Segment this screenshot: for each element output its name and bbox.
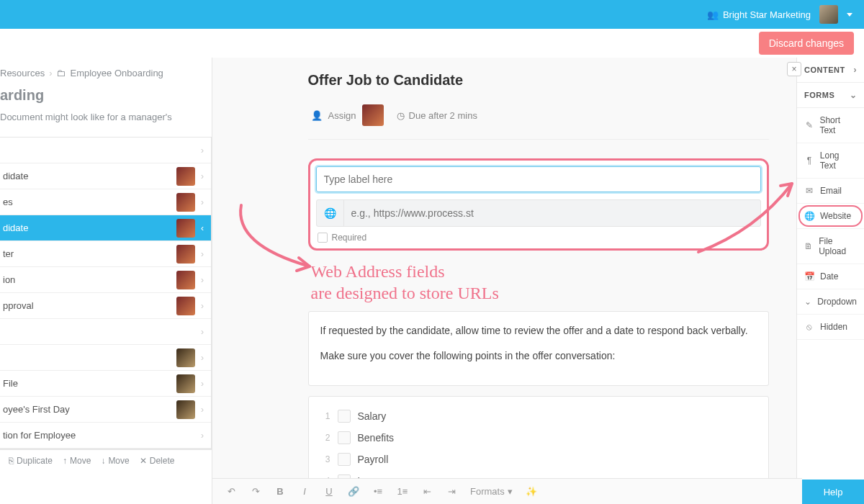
task-row[interactable]: pproval › <box>0 293 211 319</box>
org-name: Bright Star Marketing <box>723 9 811 20</box>
checkbox-icon[interactable] <box>318 233 328 243</box>
help-button[interactable]: Help <box>802 480 864 504</box>
chevron-right-icon: › <box>854 65 858 75</box>
bold-button[interactable]: B <box>274 486 286 497</box>
link-button[interactable]: 🔗 <box>348 486 359 497</box>
required-toggle[interactable]: Required <box>316 233 761 243</box>
org-switcher[interactable]: 👥 Bright Star Marketing <box>707 9 811 20</box>
url-input-wrap: 🌐 <box>316 199 761 227</box>
chevron-right-icon: › <box>201 145 204 156</box>
avatar[interactable] <box>819 5 838 24</box>
move-down-button[interactable]: ↓ Move <box>101 456 129 466</box>
checkbox-icon[interactable] <box>338 410 351 423</box>
subtask-row[interactable]: 1Salary <box>320 405 757 427</box>
chevron-right-icon: › <box>201 275 204 285</box>
task-row[interactable]: es › <box>0 189 211 215</box>
ordered-list-button[interactable]: 1≡ <box>397 486 408 497</box>
chevron-right-icon: › <box>201 405 204 415</box>
assignee-avatar <box>176 348 195 367</box>
duplicate-button[interactable]: ⎘ Duplicate <box>9 456 53 466</box>
chevron-right-icon: › <box>201 379 204 389</box>
form-type-dropdown[interactable]: ⌄Dropdown <box>797 289 864 315</box>
globe-icon: 🌐 <box>317 200 344 226</box>
assignee-avatar <box>176 374 195 393</box>
assignee-avatar <box>176 219 195 238</box>
page-description: Document might look like for a manager's <box>0 111 212 137</box>
form-type-email[interactable]: ✉Email <box>797 179 864 204</box>
breadcrumb-item[interactable]: Employee Onboarding <box>70 68 163 78</box>
bullet-list-button[interactable]: •≡ <box>372 486 384 497</box>
assignee-avatar <box>176 271 195 289</box>
form-type-hidden[interactable]: ⦸Hidden <box>797 315 864 340</box>
task-row[interactable]: oyee's First Day › <box>0 397 211 423</box>
forms-section-header[interactable]: FORMS ⌄ <box>797 83 864 108</box>
task-row[interactable]: ion › <box>0 267 211 293</box>
chevron-right-icon: › <box>201 327 204 337</box>
formats-dropdown[interactable]: Formats ▾ <box>470 486 513 497</box>
dropdown-icon: ⌄ <box>804 297 811 307</box>
close-panel-button[interactable]: × <box>787 62 801 76</box>
magic-wand-button[interactable]: ✨ <box>526 486 537 497</box>
content-section-header[interactable]: CONTENT › <box>797 58 864 83</box>
hidden-icon: ⦸ <box>804 322 814 332</box>
globe-icon: 🌐 <box>804 211 814 221</box>
field-label-input[interactable] <box>316 166 761 192</box>
indent-button[interactable]: ⇥ <box>446 486 457 497</box>
subtask-row[interactable]: 3Payroll <box>320 449 757 470</box>
user-icon: 👤 <box>311 110 323 121</box>
underline-button[interactable]: U <box>323 486 335 497</box>
outdent-button[interactable]: ⇤ <box>421 486 433 497</box>
task-title: Offer Job to Candidate <box>308 72 769 89</box>
url-input[interactable] <box>344 201 760 225</box>
italic-button[interactable]: I <box>299 486 310 497</box>
redo-button[interactable]: ↷ <box>250 486 261 497</box>
task-row[interactable]: ter › <box>0 241 211 267</box>
chevron-right-icon: › <box>201 301 204 311</box>
file-icon: 🗎 <box>804 241 813 251</box>
form-type-date[interactable]: 📅Date <box>797 264 864 289</box>
form-type-short-text[interactable]: ✎Short Text <box>797 108 864 143</box>
undo-button[interactable]: ↶ <box>225 486 237 497</box>
mail-icon: ✉ <box>804 186 814 196</box>
editor-area: Offer Job to Candidate 👤 Assign ◷ Due af… <box>212 58 864 504</box>
assignee-avatar <box>176 193 195 212</box>
chevron-down-icon: ▾ <box>508 486 513 497</box>
move-up-button[interactable]: ↑ Move <box>63 456 91 466</box>
task-row[interactable]: › <box>0 319 211 345</box>
form-type-file-upload[interactable]: 🗎File Upload <box>797 229 864 264</box>
task-row[interactable]: didate › <box>0 163 211 189</box>
breadcrumb[interactable]: Resources › 🗀 Employee Onboarding <box>0 58 212 83</box>
subtask-row[interactable]: 2Benefits <box>320 427 757 449</box>
assignee-avatar <box>362 104 384 126</box>
assign-control[interactable]: 👤 Assign <box>311 104 384 126</box>
task-row[interactable]: tion for Employee › <box>0 423 211 449</box>
discard-button[interactable]: Discard changes <box>759 32 854 55</box>
task-row[interactable]: › <box>0 138 211 163</box>
top-bar: 👥 Bright Star Marketing <box>0 0 864 29</box>
due-control[interactable]: ◷ Due after 2 mins <box>397 110 477 121</box>
annotation-text: Web Address fields are designed to store… <box>308 258 769 311</box>
rte-toolbar: ↶ ↷ B I U 🔗 •≡ 1≡ ⇤ ⇥ Formats ▾ ✨ <box>212 478 802 504</box>
task-toolbar: ⎘ Duplicate ↑ Move ↓ Move ✕ Delete <box>0 449 212 472</box>
chevron-down-icon: ⌄ <box>850 90 858 100</box>
task-row-active[interactable]: didate ‹ <box>0 215 211 241</box>
task-row[interactable]: File › <box>0 371 211 397</box>
breadcrumb-item[interactable]: Resources <box>0 68 45 78</box>
left-sidebar: Resources › 🗀 Employee Onboarding arding… <box>0 58 212 504</box>
website-field-block: 🌐 Required <box>308 158 769 251</box>
chevron-down-icon[interactable] <box>847 13 852 17</box>
sub-header: Discard changes <box>0 29 864 58</box>
chevron-left-icon: ‹ <box>201 223 204 233</box>
rich-text-block[interactable]: If requested by the candidate, allow tim… <box>308 311 769 386</box>
form-type-long-text[interactable]: ¶Long Text <box>797 143 864 179</box>
calendar-icon: 📅 <box>804 271 814 282</box>
assignee-avatar <box>176 297 195 315</box>
chevron-right-icon: › <box>201 431 204 441</box>
chevron-right-icon: › <box>201 171 204 181</box>
checkbox-icon[interactable] <box>338 431 351 444</box>
task-row[interactable]: › <box>0 345 211 371</box>
task-meta: 👤 Assign ◷ Due after 2 mins <box>308 99 769 140</box>
form-type-website[interactable]: 🌐Website <box>797 204 864 229</box>
checkbox-icon[interactable] <box>338 453 351 466</box>
delete-button[interactable]: ✕ Delete <box>140 456 175 466</box>
